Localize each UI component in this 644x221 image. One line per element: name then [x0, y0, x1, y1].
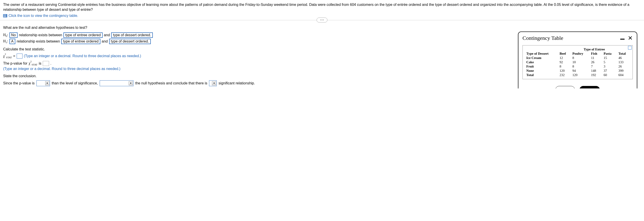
col-header: Poultry [571, 52, 589, 56]
done-button[interactable]: Done [580, 86, 600, 88]
hypotheses-prompt: What are the null and alternative hypoth… [3, 26, 641, 30]
table-row: Fruit887326 [524, 64, 631, 69]
h0-answer-1[interactable]: No [10, 32, 18, 38]
minimize-icon[interactable] [620, 39, 625, 40]
chevron-down-icon: ▼ [129, 81, 133, 85]
h1-var2[interactable]: type of dessert ordered. [109, 39, 151, 44]
chi-stat-input[interactable] [17, 54, 22, 58]
close-icon[interactable]: ✕ [628, 36, 633, 40]
modal-title: Contingency Table [522, 35, 563, 41]
chevron-down-icon: ▼ [45, 81, 49, 85]
chevron-down-icon: ▼ [212, 81, 216, 85]
table-row: Total23212019260604 [524, 73, 631, 77]
equals-sign: = [13, 54, 15, 58]
print-button[interactable]: Print [555, 86, 575, 88]
h0-var1[interactable]: type of entree ordered [64, 32, 102, 38]
pvalue-compare-select[interactable]: ▼ [36, 80, 50, 86]
concl-text-1: Since the p-value is [3, 81, 35, 85]
contingency-table-modal: Contingency Table ✕ Type of Entree Type … [518, 32, 637, 88]
concl-text-4: significant relationship. [218, 81, 255, 85]
and-text: and [102, 40, 108, 44]
copy-icon[interactable] [628, 46, 632, 50]
relationship-text: relationship exists between [19, 33, 62, 37]
h0-var2[interactable]: type of dessert ordered. [111, 32, 153, 38]
decision-select[interactable]: ▼ [100, 80, 134, 86]
chi-square-symbol-2: χ2STAT [29, 61, 38, 66]
pvalue-input[interactable] [43, 61, 49, 66]
significance-select[interactable]: ▼ [209, 80, 217, 86]
chi-stat-hint: (Type an integer or a decimal. Round to … [24, 54, 141, 58]
col-header: Pasta [602, 52, 617, 56]
concl-text-3: the null hypothesis and conclude that th… [135, 81, 207, 85]
concl-text-2: than the level of significance, [52, 81, 98, 85]
col-group-header: Type of Entree [558, 47, 631, 52]
pvalue-pre-text: The p-value for [3, 62, 28, 66]
question-text: The owner of a restaurant serving Contin… [3, 2, 641, 12]
col-header: Beef [558, 52, 571, 56]
h1-label: H1: [3, 39, 8, 44]
relationship-text: relationship exists between [17, 40, 60, 44]
period: . [50, 62, 51, 66]
contingency-table-link[interactable]: Click the icon to view the contingency t… [8, 14, 78, 18]
contingency-table: Type of Entree Type of Dessert Beef Poul… [522, 45, 633, 79]
chi-square-symbol: χ2STAT [3, 54, 12, 59]
table-icon[interactable] [3, 14, 7, 17]
and-text: and [104, 33, 110, 37]
table-row: Cake9210265133 [524, 60, 631, 64]
table-row: Ice Cream128111546 [524, 56, 631, 60]
pvalue-post-text: is [39, 62, 42, 66]
section-divider [0, 20, 644, 20]
row-group-header: Type of Dessert [524, 52, 558, 56]
h0-label: H0: [3, 33, 8, 37]
overflow-menu-button[interactable] [316, 18, 328, 22]
table-row: None1209414837399 [524, 69, 631, 73]
h1-answer-1[interactable]: A [10, 39, 16, 44]
h1-var1[interactable]: type of entree ordered [61, 39, 100, 44]
col-header: Total [616, 52, 631, 56]
col-header: Fish [589, 52, 602, 56]
